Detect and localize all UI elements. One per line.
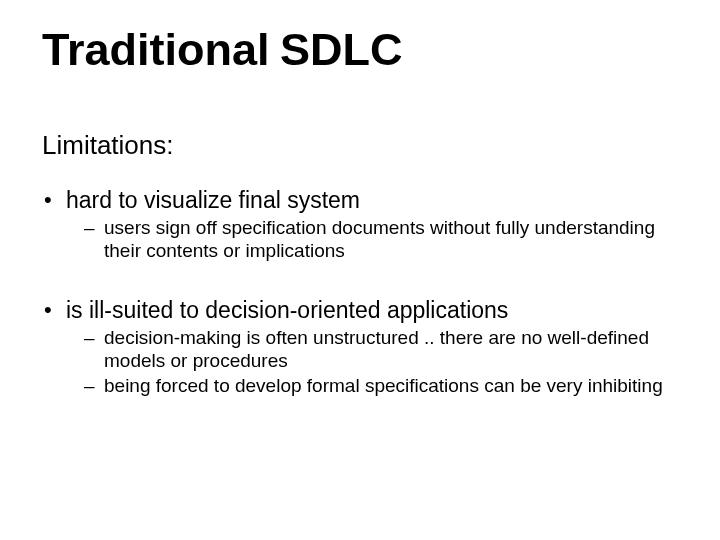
list-item: is ill-suited to decision-oriented appli… <box>42 296 678 397</box>
spacer <box>42 280 678 296</box>
list-item: hard to visualize final system users sig… <box>42 186 678 262</box>
slide-subhead: Limitations: <box>42 130 174 161</box>
slide-body: hard to visualize final system users sig… <box>42 186 678 415</box>
list-item-text: is ill-suited to decision-oriented appli… <box>66 297 508 323</box>
slide: Traditional SDLC Limitations: hard to vi… <box>0 0 720 540</box>
slide-title: Traditional SDLC <box>42 24 403 76</box>
sub-list-item: being forced to develop formal specifica… <box>66 375 678 398</box>
sub-list-item: decision-making is often unstructured ..… <box>66 327 678 373</box>
bullet-list: is ill-suited to decision-oriented appli… <box>42 296 678 397</box>
sub-list: users sign off specification documents w… <box>66 217 678 263</box>
sub-list-item-text: being forced to develop formal specifica… <box>104 375 663 396</box>
list-item-text: hard to visualize final system <box>66 187 360 213</box>
sub-list-item: users sign off specification documents w… <box>66 217 678 263</box>
bullet-list: hard to visualize final system users sig… <box>42 186 678 262</box>
sub-list: decision-making is often unstructured ..… <box>66 327 678 397</box>
sub-list-item-text: decision-making is often unstructured ..… <box>104 327 649 371</box>
sub-list-item-text: users sign off specification documents w… <box>104 217 655 261</box>
